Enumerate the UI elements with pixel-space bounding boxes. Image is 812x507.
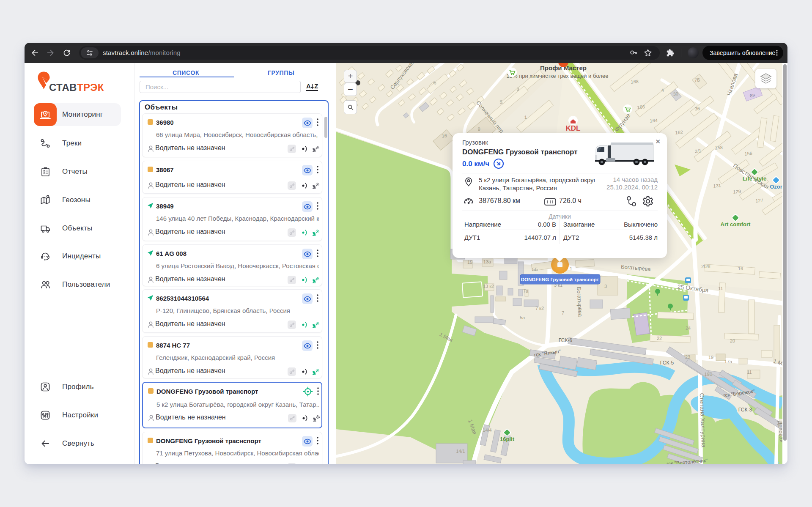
svg-text:164: 164 xyxy=(650,118,658,123)
svg-text:24: 24 xyxy=(686,326,691,331)
svg-text:ГСК-3: ГСК-3 xyxy=(738,407,752,413)
svg-text:131: 131 xyxy=(713,183,721,189)
svg-text:7Б: 7Б xyxy=(694,77,700,82)
svg-text:22: 22 xyxy=(657,336,662,341)
svg-text:СТАВ: СТАВ xyxy=(49,82,77,93)
svg-text:KDL: KDL xyxy=(566,124,581,132)
svg-text:129: 129 xyxy=(733,189,741,195)
svg-text:2/1: 2/1 xyxy=(695,148,702,153)
svg-text:127: 127 xyxy=(755,197,763,203)
svg-text:Ozor: Ozor xyxy=(770,184,782,190)
svg-text:14/4: 14/4 xyxy=(483,428,491,433)
svg-text:156: 156 xyxy=(744,151,752,156)
svg-text:13 к2: 13 к2 xyxy=(483,284,494,289)
svg-text:7а: 7а xyxy=(523,288,529,293)
svg-text:16plit: 16plit xyxy=(500,436,515,442)
svg-text:7: 7 xyxy=(562,310,564,315)
svg-text:166: 166 xyxy=(637,104,645,110)
svg-text:13а: 13а xyxy=(483,259,491,264)
svg-text:158: 158 xyxy=(715,145,723,151)
svg-text:15% при химчистке трех вещей и: 15% при химчистке трех вещей и более xyxy=(507,73,609,79)
svg-text:Life style: Life style xyxy=(743,175,766,182)
svg-text:ГСК-5: ГСК-5 xyxy=(660,360,674,366)
svg-text:17а: 17а xyxy=(724,359,732,364)
svg-text:5Б: 5Б xyxy=(532,267,538,272)
svg-text:DONGFENG Грузовой транспорт: DONGFENG Грузовой транспорт xyxy=(521,277,599,282)
svg-text:3: 3 xyxy=(516,87,519,92)
svg-text:36: 36 xyxy=(694,106,700,112)
svg-text:ГСК-6: ГСК-6 xyxy=(559,337,573,343)
svg-text:3: 3 xyxy=(604,284,607,289)
svg-text:9: 9 xyxy=(477,126,480,132)
svg-text:1: 1 xyxy=(570,266,572,271)
svg-text:5: 5 xyxy=(499,99,502,104)
svg-text:20: 20 xyxy=(730,338,735,343)
svg-text:11: 11 xyxy=(718,286,723,291)
svg-text:7 к2: 7 к2 xyxy=(535,306,544,311)
svg-text:23: 23 xyxy=(685,354,690,359)
svg-text:11: 11 xyxy=(747,370,752,375)
svg-text:30: 30 xyxy=(673,91,678,97)
svg-text:16: 16 xyxy=(442,133,447,139)
svg-text:1: 1 xyxy=(524,115,527,120)
svg-text:5а: 5а xyxy=(520,315,525,320)
svg-text:16: 16 xyxy=(738,266,743,271)
svg-text:14/1: 14/1 xyxy=(456,449,465,454)
svg-text:20/8: 20/8 xyxy=(701,264,710,269)
svg-text:15: 15 xyxy=(467,260,472,265)
svg-text:19Б: 19Б xyxy=(704,372,712,377)
svg-text:19: 19 xyxy=(708,355,713,360)
svg-text:162: 162 xyxy=(675,129,683,135)
svg-text:Art comfort: Art comfort xyxy=(721,221,751,227)
svg-text:ТРЭК: ТРЭК xyxy=(77,82,104,93)
svg-text:168: 168 xyxy=(631,79,639,85)
svg-text:4: 4 xyxy=(661,88,664,93)
